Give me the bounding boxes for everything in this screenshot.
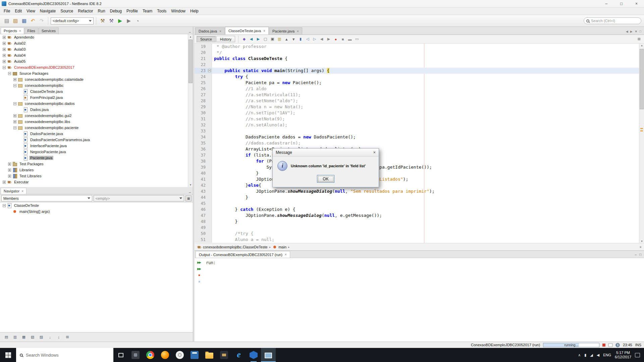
fold-margin[interactable]	[207, 206, 212, 213]
stop-process-icon[interactable]	[602, 344, 605, 347]
fold-margin[interactable]	[207, 56, 212, 62]
expand-toggle-icon[interactable]	[8, 72, 11, 75]
expand-toggle-icon[interactable]	[8, 163, 11, 166]
navigator-tree-item[interactable]: ClasseDeTeste	[0, 202, 193, 208]
fold-margin[interactable]	[207, 122, 212, 128]
gutter-line-number[interactable]: 28	[195, 98, 207, 104]
expand-toggle-icon[interactable]	[3, 60, 6, 63]
project-tree-item[interactable]: Dados.java	[0, 107, 193, 113]
code-line-text[interactable]: /*try {	[212, 231, 639, 237]
code-line[interactable]: 51 Aluno a = null;	[195, 237, 639, 243]
gutter-line-number[interactable]: 43	[195, 188, 207, 194]
netbeans-active-window-icon[interactable]	[261, 348, 276, 362]
menu-tools[interactable]: Tools	[155, 8, 169, 14]
minimize-panel-icon[interactable]: –	[635, 253, 637, 256]
show-fields-icon[interactable]: ▥	[12, 334, 18, 340]
gutter-line-number[interactable]: 45	[195, 200, 207, 206]
fold-margin[interactable]	[207, 225, 212, 231]
ide-search-box[interactable]: Search (Ctrl+I)	[584, 17, 641, 24]
tab-services[interactable]: Services	[39, 27, 59, 34]
close-breadcrumb-icon[interactable]: ×	[640, 245, 642, 249]
gutter-line-number[interactable]: 37	[195, 152, 207, 158]
project-tree-item[interactable]: Source Packages	[0, 70, 193, 76]
expand-toggle-icon[interactable]	[8, 175, 11, 178]
dialog-title-bar[interactable]: Message ×	[273, 148, 379, 157]
code-line[interactable]: 24 try {	[195, 74, 639, 80]
config-select[interactable]: <default config>	[51, 17, 94, 24]
scroll-tabs-right-icon[interactable]: ▶	[630, 30, 633, 33]
code-line[interactable]: 33	[195, 128, 639, 134]
gutter-line-number[interactable]: 27	[195, 92, 207, 98]
action-center-icon[interactable]	[635, 353, 640, 357]
new-file-icon[interactable]: ▤	[3, 17, 11, 25]
code-line-text[interactable]: * @author professor	[212, 44, 639, 50]
build-project-icon[interactable]: ⚒	[99, 17, 107, 25]
project-tree-item[interactable]: Paciente.java	[0, 155, 193, 161]
folder-app-icon[interactable]	[217, 348, 231, 362]
forward-icon[interactable]: ▶	[255, 36, 262, 43]
scroll-tabs-left-icon[interactable]: ◀	[626, 30, 628, 33]
scrollbar-thumb[interactable]	[189, 40, 193, 83]
code-line[interactable]: 23 public static void main(String[] args…	[195, 68, 639, 74]
editor-tab-paciente-java[interactable]: Paciente.java×	[269, 27, 302, 35]
project-tree-item[interactable]: Test Libraries	[0, 173, 193, 179]
tab-projects[interactable]: Projects×	[1, 27, 24, 34]
chevron-up-icon[interactable]: ∧	[578, 353, 581, 357]
collapse-fold-icon[interactable]	[208, 69, 211, 72]
gutter-line-number[interactable]: 26	[195, 86, 207, 92]
menu-file[interactable]: File	[1, 8, 12, 14]
gutter-line-number[interactable]: 32	[195, 122, 207, 128]
gutter-line-number[interactable]: 44	[195, 194, 207, 200]
fold-margin[interactable]	[207, 110, 212, 116]
fold-margin[interactable]	[207, 231, 212, 237]
project-tree-item[interactable]: FormPrincipal2.java	[0, 95, 193, 101]
project-tree-item[interactable]: ClasseDeTeste.java	[0, 88, 193, 95]
expand-toggle-icon[interactable]	[3, 36, 6, 39]
gutter-line-number[interactable]: 49	[195, 225, 207, 231]
gutter-line-number[interactable]: 50	[195, 231, 207, 237]
project-tree-item[interactable]: DadosPacienteComParametros.java	[0, 137, 193, 143]
code-line[interactable]: 25 Paciente pa = new Paciente();	[195, 80, 639, 86]
code-line-text[interactable]	[212, 200, 639, 206]
start-macro-icon[interactable]: ●	[332, 36, 339, 43]
code-line-text[interactable]: }	[212, 194, 639, 200]
back-icon[interactable]: ◀	[248, 36, 255, 43]
code-line-text[interactable]: Paciente pa = new Paciente();	[212, 80, 639, 86]
fold-margin[interactable]	[207, 140, 212, 146]
show-inherited-icon[interactable]: ▤	[3, 334, 9, 340]
minimize-button[interactable]: –	[599, 0, 614, 7]
start-button[interactable]	[0, 348, 16, 362]
gutter-line-number[interactable]: 38	[195, 158, 207, 164]
code-lines[interactable]: 19 * @author professor20 */21public clas…	[195, 44, 639, 243]
show-constants-icon[interactable]: ▦	[21, 334, 27, 340]
breadcrumb-item[interactable]: conexaobdexemplojdbc.ClasseDeTeste	[197, 245, 268, 249]
menu-edit[interactable]: Edit	[12, 8, 24, 14]
save-all-icon[interactable]: ▦	[20, 17, 28, 25]
code-line[interactable]: 31 //n.setNota(9);	[195, 116, 639, 122]
code-line[interactable]: 48 }	[195, 219, 639, 225]
scroll-down-icon[interactable]: ▼	[188, 182, 193, 187]
gutter-line-number[interactable]: 34	[195, 134, 207, 140]
taskbar-clock[interactable]: 5:17 PM 6/12/2017	[615, 351, 631, 359]
code-line-text[interactable]: }	[212, 219, 639, 225]
code-line-text[interactable]	[212, 128, 639, 134]
code-line[interactable]: 36 ArrayList<Paciente> lista = dados.lis…	[195, 146, 639, 152]
maximize-button[interactable]: □	[614, 0, 629, 7]
project-tree-item[interactable]: InterfacePaciente.java	[0, 143, 193, 149]
expand-toggle-icon[interactable]	[3, 66, 6, 69]
code-line[interactable]: 19 * @author professor	[195, 44, 639, 50]
code-line[interactable]: 43 JOptionPane.showMessageDialog(null, "…	[195, 188, 639, 194]
gutter-line-number[interactable]: 33	[195, 128, 207, 134]
code-line-text[interactable]: } catch (Exception e) {	[212, 206, 639, 213]
rerun-icon[interactable]: ▶▶	[197, 261, 201, 264]
output-console-text[interactable]: run:	[203, 258, 644, 342]
expand-toggle-icon[interactable]	[3, 54, 6, 57]
close-tab-icon[interactable]: ×	[219, 29, 221, 33]
menu-navigate[interactable]: Navigate	[38, 8, 58, 14]
fold-margin[interactable]	[207, 237, 212, 243]
edge-icon[interactable]	[231, 348, 246, 362]
expand-toggle-icon[interactable]	[3, 42, 6, 45]
code-line[interactable]: 26 //1 aldo	[195, 86, 639, 92]
menu-window[interactable]: Window	[169, 8, 188, 14]
code-line-text[interactable]: //a.setMatricula(11);	[212, 92, 639, 98]
